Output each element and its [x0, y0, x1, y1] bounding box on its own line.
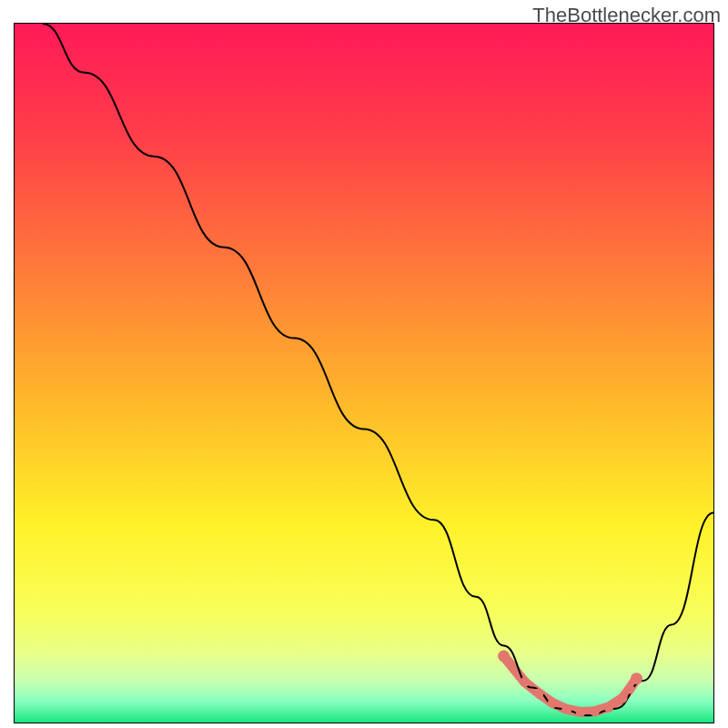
optimal-zone-point: [498, 651, 510, 662]
watermark-text: TheBottlenecker.com: [532, 4, 721, 27]
plot-area: [14, 23, 714, 723]
chart-container: TheBottlenecker.com: [0, 0, 728, 728]
optimal-zone-point: [624, 684, 634, 694]
gradient-background: [15, 24, 713, 723]
chart-svg: [15, 24, 713, 723]
optimal-zone-point: [548, 698, 558, 708]
optimal-zone-point: [618, 693, 628, 703]
optimal-zone-point: [534, 688, 544, 698]
optimal-zone-point: [561, 704, 571, 714]
optimal-zone-point: [631, 672, 642, 684]
optimal-zone-point: [520, 677, 530, 687]
optimal-zone-point: [576, 707, 586, 717]
optimal-zone-point: [590, 706, 600, 716]
optimal-zone-point: [603, 703, 613, 713]
